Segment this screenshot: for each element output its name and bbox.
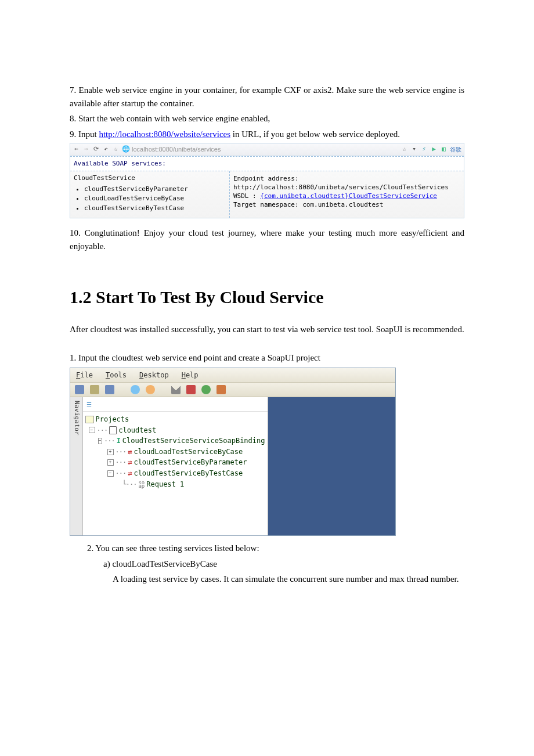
dropdown-icon[interactable]: ▾ bbox=[410, 146, 418, 153]
soap-header: Available SOAP services: bbox=[74, 159, 460, 169]
wsdl-line: WSDL : {com.unibeta.cloudtest}CloudTestS… bbox=[233, 192, 460, 201]
bookmark-icon[interactable]: ☆ bbox=[400, 146, 408, 153]
forward-icon[interactable]: → bbox=[82, 146, 90, 153]
brand-label: 谷歌 bbox=[450, 145, 461, 154]
section-heading: 1.2 Start To Test By Cloud Service bbox=[70, 284, 464, 310]
step-8: 8. Start the web contain with web servic… bbox=[70, 112, 464, 125]
menu-desktop[interactable]: Desktop bbox=[139, 370, 169, 380]
help-icon[interactable] bbox=[131, 385, 140, 394]
play-icon[interactable]: ▶ bbox=[430, 146, 438, 153]
star-icon[interactable]: ☆ bbox=[112, 146, 120, 153]
navigator-tab[interactable]: Navigator bbox=[70, 397, 83, 535]
wsdl-link[interactable]: {com.unibeta.cloudtest}CloudTestServiceS… bbox=[260, 192, 437, 200]
expand-icon[interactable]: + bbox=[107, 459, 114, 466]
intro-paragraph: After cloudtest was installed successful… bbox=[70, 323, 464, 336]
toolbar bbox=[70, 383, 395, 397]
step-9: 9. Input http://localhost:8080/website/s… bbox=[70, 128, 464, 141]
menu-help[interactable]: Help bbox=[182, 370, 199, 380]
menu-file[interactable]: File bbox=[76, 370, 93, 380]
step-10: 10. Conglutination! Enjoy your cloud tes… bbox=[70, 226, 464, 253]
collapse-icon[interactable]: − bbox=[107, 470, 114, 477]
service-name: CloudTestService bbox=[74, 174, 225, 183]
operation-icon: ⇄ bbox=[128, 457, 132, 468]
op-item: cloudTestServiceByParameter bbox=[84, 185, 225, 195]
op-item: cloudTestServiceByTestCase bbox=[84, 204, 225, 214]
substep-2a: a) cloudLoadTestServiceByCase bbox=[103, 557, 464, 571]
substep-2: 2. You can see three testing services li… bbox=[87, 542, 464, 555]
tree-project[interactable]: cloudtest bbox=[118, 425, 156, 436]
action-icon[interactable]: ⚡ bbox=[420, 146, 428, 153]
toolbar-icon[interactable] bbox=[75, 385, 84, 394]
tns-line: Target namespace: com.unibeta.cloudtest bbox=[233, 201, 460, 210]
projects-icon bbox=[85, 416, 94, 423]
tree-projects[interactable]: Projects bbox=[96, 414, 129, 425]
operations-list: cloudTestServiceByParameter cloudLoadTes… bbox=[84, 185, 225, 214]
refresh-icon[interactable] bbox=[201, 385, 211, 394]
exit-icon[interactable] bbox=[217, 385, 226, 394]
expand-icon[interactable]: + bbox=[107, 449, 114, 455]
toolbar-icon[interactable] bbox=[90, 385, 99, 394]
undo-icon[interactable]: ↶ bbox=[102, 146, 110, 153]
browser-address-bar: ← → ⟳ ↶ ☆ 🌐 localhost:8080/unibeta/servi… bbox=[70, 143, 464, 156]
substep-2a-desc: A loading test service by cases. It can … bbox=[113, 573, 464, 586]
operation-icon: ⇄ bbox=[128, 447, 132, 458]
extension-icon[interactable]: ◧ bbox=[440, 146, 448, 153]
puzzle-icon[interactable] bbox=[186, 385, 196, 394]
url-field[interactable]: localhost:8080/unibeta/services bbox=[132, 145, 221, 154]
tree-request[interactable]: Request 1 bbox=[146, 479, 184, 490]
reload-icon[interactable]: ⟳ bbox=[92, 146, 100, 153]
collapse-icon[interactable]: − bbox=[98, 438, 102, 444]
project-tree: ☰ Projects − ··· cloudtest − bbox=[83, 397, 268, 535]
op-item: cloudLoadTestServiceByCase bbox=[84, 194, 225, 204]
step-7: 7. Enable web service engine in your con… bbox=[70, 84, 464, 110]
cut-icon[interactable] bbox=[171, 385, 181, 394]
substep-1: 1. Input the cloudtest web service end p… bbox=[70, 351, 464, 365]
tree-op[interactable]: cloudLoadTestServiceByCase bbox=[134, 447, 243, 458]
tree-op[interactable]: cloudTestServiceByTestCase bbox=[134, 468, 243, 479]
collapse-icon[interactable]: − bbox=[89, 427, 95, 433]
globe-icon: 🌐 bbox=[122, 146, 129, 153]
endpoint-line: Endpoint address: http://localhost:8080/… bbox=[233, 175, 460, 192]
menu-bar: File Tools Desktop Help bbox=[70, 368, 395, 383]
services-url-link[interactable]: http://localhost:8080/website/services bbox=[99, 129, 230, 139]
list-icon[interactable]: ☰ bbox=[86, 401, 92, 408]
save-icon[interactable] bbox=[105, 385, 114, 394]
interface-icon: I bbox=[117, 435, 121, 447]
browser-window: ← → ⟳ ↶ ☆ 🌐 localhost:8080/unibeta/servi… bbox=[70, 143, 464, 218]
menu-tools[interactable]: Tools bbox=[106, 370, 127, 380]
project-icon bbox=[109, 426, 117, 434]
soapui-window: File Tools Desktop Help Navigator ☰ bbox=[70, 368, 396, 536]
tree-binding[interactable]: CloudTestServiceServiceSoapBinding bbox=[122, 435, 265, 447]
user-icon[interactable] bbox=[146, 385, 155, 394]
operation-icon: ⇄ bbox=[128, 468, 132, 479]
content-pane bbox=[268, 397, 396, 535]
request-icon: soap bbox=[138, 481, 145, 488]
back-icon[interactable]: ← bbox=[73, 146, 80, 153]
tree-op[interactable]: cloudTestServiceByParameter bbox=[134, 457, 247, 468]
